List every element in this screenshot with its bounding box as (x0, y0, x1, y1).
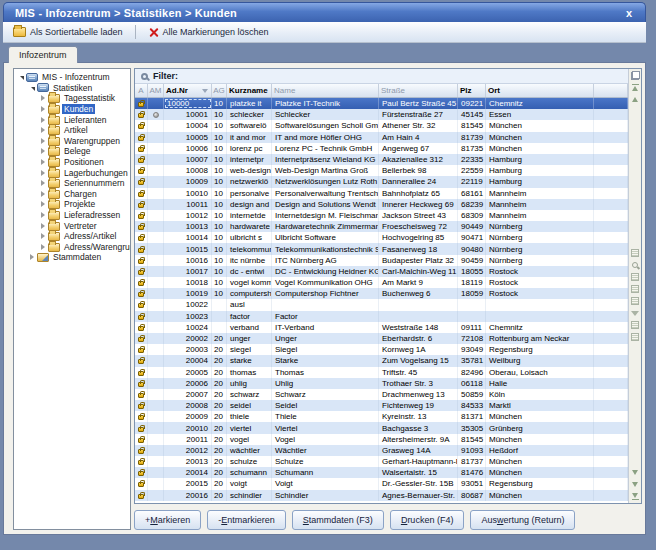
cell-plz[interactable]: 81476 (458, 467, 486, 478)
cell-am[interactable] (148, 422, 164, 433)
table-row[interactable]: 2000620uhligUhligTrothaer Str. 306118Hal… (135, 378, 628, 389)
cell-am[interactable] (148, 478, 164, 489)
cell-ort[interactable]: München (486, 120, 594, 131)
tree-item-statistiken[interactable]: Statistiken (14, 83, 130, 94)
search-icon[interactable] (631, 261, 640, 270)
cell-ag[interactable]: 20 (212, 434, 227, 445)
cell-a[interactable] (135, 322, 148, 333)
cell-ort[interactable]: München (486, 132, 594, 143)
cell-ort[interactable]: Chemnitz (486, 98, 594, 109)
cell-ag[interactable]: 20 (212, 467, 227, 478)
cell-adnr[interactable]: 10012 (164, 210, 212, 221)
cell-kurzname[interactable]: hardwarete (227, 221, 272, 232)
cell-ag[interactable]: 10 (212, 232, 227, 243)
cell-plz[interactable]: 84533 (458, 400, 486, 411)
cell-plz[interactable]: 68239 (458, 199, 486, 210)
cell-ort[interactable]: München (486, 143, 594, 154)
cell-strasse[interactable]: Am Hain 4 (379, 132, 458, 143)
cell-name[interactable]: Internetdesign M. Fleischmann (272, 210, 379, 221)
cell-strasse[interactable]: Triftstr. 45 (379, 367, 458, 378)
cell-adnr[interactable]: 10009 (164, 176, 212, 187)
tree-item-positionen[interactable]: Positionen (14, 157, 130, 168)
cell-strasse[interactable]: Weststraße 148 (379, 322, 458, 333)
tree-item-chargen[interactable]: Chargen (14, 189, 130, 200)
cell-am[interactable] (148, 288, 164, 299)
cell-ort[interactable]: München (486, 490, 594, 501)
cell-plz[interactable] (458, 311, 486, 322)
cell-kurzname[interactable]: telekommun (227, 243, 272, 254)
cell-name[interactable]: Uhlig (272, 378, 379, 389)
cell-a[interactable] (135, 165, 148, 176)
cell-name[interactable]: Softwarelösungen Scholl GmbH (272, 120, 379, 131)
cell-ag[interactable]: 20 (212, 478, 227, 489)
collapse-arrow-icon[interactable] (28, 84, 35, 91)
filter-bar[interactable]: Filter: (135, 69, 628, 84)
cell-filler[interactable] (594, 378, 628, 389)
cell-plz[interactable]: 35305 (458, 422, 486, 433)
cell-ag[interactable]: 10 (212, 154, 227, 165)
cell-name[interactable]: Vogel (272, 434, 379, 445)
tree-item-warengruppen[interactable]: Warengruppen (14, 136, 130, 147)
cell-a[interactable] (135, 277, 148, 288)
cell-plz[interactable]: 22559 (458, 165, 486, 176)
cell-ort[interactable]: Rostock (486, 277, 594, 288)
cell-filler[interactable] (594, 277, 628, 288)
table-row[interactable]: 2000820seidelSeidelFichtenweg 1984533Mar… (135, 400, 628, 411)
cell-ort[interactable]: München (486, 434, 594, 445)
cell-name[interactable]: ITC Nürnberg AG (272, 255, 379, 266)
save-icon[interactable] (631, 285, 640, 294)
auswertung-button[interactable]: Auswertung (Return) (470, 510, 575, 530)
cell-ort[interactable]: München (486, 411, 594, 422)
cell-kurzname[interactable]: vogel (227, 434, 272, 445)
cell-am[interactable] (148, 400, 164, 411)
cell-strasse[interactable]: Gerhart-Hauptmann-Ring (379, 456, 458, 467)
cell-kurzname[interactable]: internetpr (227, 154, 272, 165)
cell-plz[interactable]: 90480 (458, 243, 486, 254)
column-header-name[interactable]: Name (272, 84, 379, 97)
cell-strasse[interactable]: Bachgasse 3 (379, 422, 458, 433)
cell-ort[interactable]: Grünberg (486, 422, 594, 433)
cell-adnr[interactable]: 20014 (164, 467, 212, 478)
expand-arrow-icon[interactable] (39, 180, 46, 187)
expand-arrow-icon[interactable] (39, 190, 46, 197)
cell-ag[interactable] (212, 322, 227, 333)
cell-plz[interactable]: 81737 (458, 456, 486, 467)
cell-strasse[interactable]: Innerer Heckweg 69 (379, 199, 458, 210)
cell-plz[interactable]: 22119 (458, 176, 486, 187)
column-header-ort[interactable]: Ort (486, 84, 594, 97)
cell-kurzname[interactable]: design and (227, 199, 272, 210)
cell-kurzname[interactable]: itc nürnbe (227, 255, 272, 266)
cell-adnr[interactable]: 20016 (164, 490, 212, 501)
cell-strasse[interactable] (379, 299, 458, 310)
cell-ort[interactable]: Rostock (486, 288, 594, 299)
cell-adnr[interactable]: 20012 (164, 445, 212, 456)
tree-item-seriennummern[interactable]: Seriennummern (14, 178, 130, 189)
cell-name[interactable]: Schlecker (272, 109, 379, 120)
cell-filler[interactable] (594, 467, 628, 478)
cell-kurzname[interactable]: wächtler (227, 445, 272, 456)
cell-plz[interactable]: 06118 (458, 378, 486, 389)
cell-am[interactable] (148, 98, 164, 109)
cell-am[interactable] (148, 109, 164, 120)
table-row[interactable]: 2000220ungerUngerEberhardstr. 672108Rott… (135, 333, 628, 344)
cell-kurzname[interactable]: softwarelö (227, 120, 272, 131)
cell-ort[interactable]: Hamburg (486, 165, 594, 176)
cell-adnr[interactable]: 10008 (164, 165, 212, 176)
cell-name[interactable]: IT and more Höfler OHG (272, 132, 379, 143)
cell-am[interactable] (148, 120, 164, 131)
cell-a[interactable] (135, 422, 148, 433)
cell-kurzname[interactable]: lorenz pc (227, 143, 272, 154)
cell-kurzname[interactable]: schwarz (227, 389, 272, 400)
expand-arrow-icon[interactable] (39, 243, 46, 250)
cell-adnr[interactable]: 20008 (164, 400, 212, 411)
scroll-first-icon[interactable] (631, 83, 640, 92)
column-header-filler[interactable] (594, 84, 628, 97)
cell-name[interactable]: Schindler (272, 490, 379, 501)
cell-adnr[interactable]: 10001 (164, 109, 212, 120)
cell-kurzname[interactable]: voigt (227, 478, 272, 489)
cell-adnr[interactable]: 10023 (164, 311, 212, 322)
cell-ort[interactable]: Essen (486, 109, 594, 120)
drucken-button[interactable]: Drucken (F4) (390, 510, 465, 530)
cell-name[interactable]: Hardwaretechnik Zimmerman OHG (272, 221, 379, 232)
cell-name[interactable]: Computershop Fichtner (272, 288, 379, 299)
